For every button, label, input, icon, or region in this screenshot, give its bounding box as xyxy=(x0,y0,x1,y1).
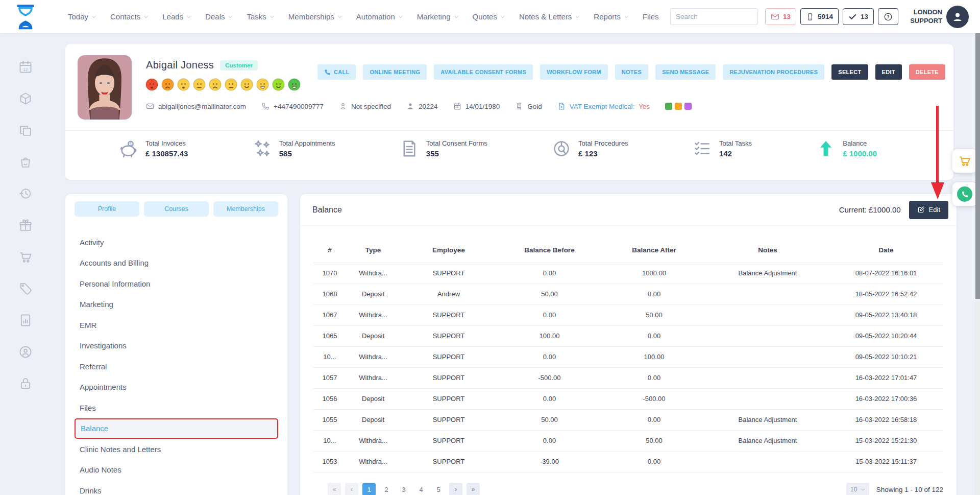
page-next[interactable]: › xyxy=(449,483,462,495)
table-row[interactable]: 1070Withdra...SUPPORT0.001000.00Balance … xyxy=(313,263,943,284)
page-first[interactable]: « xyxy=(328,483,341,495)
mood-face-10[interactable] xyxy=(287,78,301,91)
sidebar-item-audio-notes[interactable]: Audio Notes xyxy=(75,460,278,481)
rail-cart-icon[interactable] xyxy=(18,250,33,264)
sidebar-item-balance[interactable]: Balance xyxy=(75,418,278,439)
table-row[interactable]: 1056DepositSUPPORT0.00-500.0016-03-2022 … xyxy=(313,388,943,409)
mood-face-1[interactable] xyxy=(145,78,159,91)
sidebar-item-files[interactable]: Files xyxy=(75,397,278,418)
sidebar-item-personal-information[interactable]: Personal Information xyxy=(75,273,278,294)
sidebar-item-marketing[interactable]: Marketing xyxy=(75,294,278,315)
sidebar-item-referral[interactable]: Referral xyxy=(75,356,278,377)
color-tag-1[interactable] xyxy=(665,103,672,110)
rail-calendar12-icon[interactable]: 12 xyxy=(18,60,33,74)
sidebar-item-activity[interactable]: Activity xyxy=(75,232,278,253)
nav-item-notes-letters[interactable]: Notes & Letters xyxy=(519,12,580,21)
cell: SUPPORT xyxy=(400,430,497,451)
mood-face-5[interactable] xyxy=(208,78,222,91)
rail-gift-icon[interactable] xyxy=(18,218,33,232)
sidebar-item-clinic-notes-and-letters[interactable]: Clinic Notes and Letters xyxy=(75,439,278,460)
search-box[interactable] xyxy=(670,8,758,25)
rail-copy-icon[interactable] xyxy=(18,123,33,137)
mood-face-9[interactable] xyxy=(272,78,285,91)
customer-email[interactable]: abigailjones@mailinator.com xyxy=(146,102,246,110)
nav-item-contacts[interactable]: Contacts xyxy=(110,12,149,21)
check-badge[interactable]: 13 xyxy=(843,8,874,25)
rail-report-icon[interactable] xyxy=(18,313,33,327)
page-size-select[interactable]: 10 xyxy=(846,483,869,495)
nav-item-today[interactable]: Today xyxy=(68,12,96,21)
page-4[interactable]: 4 xyxy=(414,483,428,495)
tab-profile[interactable]: Profile xyxy=(75,201,139,217)
send-message-button[interactable]: SEND MESSAGE xyxy=(655,64,716,80)
customer-type-badge: Customer xyxy=(220,60,258,70)
edit-balance-button[interactable]: Edit xyxy=(909,201,948,219)
customer-phone[interactable]: +447490009777 xyxy=(261,102,324,110)
page-last[interactable]: » xyxy=(467,483,480,495)
envelope-badge[interactable]: 13 xyxy=(765,8,796,25)
workflow-form-button[interactable]: WORKFLOW FORM xyxy=(540,64,608,80)
table-row[interactable]: 10...Withdra...SUPPORT0.00100.0009-05-20… xyxy=(313,346,943,367)
user-avatar[interactable] xyxy=(946,6,969,28)
sidebar-item-drinks[interactable]: Drinks xyxy=(75,480,278,495)
table-row[interactable]: 1055DepositSUPPORT50.000.00Balance Adjus… xyxy=(313,409,943,430)
page-prev[interactable]: ‹ xyxy=(345,483,358,495)
sidebar-item-accounts-and-billing[interactable]: Accounts and Billing xyxy=(75,253,278,274)
floating-call-button[interactable] xyxy=(952,182,977,206)
app-logo[interactable] xyxy=(0,4,51,30)
table-row[interactable]: 1065DepositSUPPORT100.000.0009-05-2022 1… xyxy=(313,325,943,346)
table-row[interactable]: 10...Withdra...SUPPORT0.0050.00Balance A… xyxy=(313,430,943,451)
mood-face-4[interactable] xyxy=(192,78,206,91)
nav-item-automation[interactable]: Automation xyxy=(356,12,403,21)
rejuvenation-procedures-button[interactable]: REJUVENATION PROCEDURES xyxy=(723,64,824,80)
call-button[interactable]: CALL xyxy=(317,64,356,80)
tab-courses[interactable]: Courses xyxy=(144,201,209,217)
customer-photo[interactable] xyxy=(78,55,132,120)
search-input[interactable] xyxy=(671,13,771,20)
page-2[interactable]: 2 xyxy=(380,483,393,495)
card-divider xyxy=(65,130,953,131)
nav-item-marketing[interactable]: Marketing xyxy=(417,12,459,21)
nav-item-deals[interactable]: Deals xyxy=(205,12,233,21)
nav-item-files[interactable]: Files xyxy=(643,12,659,21)
rail-lock-icon[interactable] xyxy=(18,376,33,391)
table-row[interactable]: 1068DepositAndrew50.000.0018-05-2022 16:… xyxy=(313,284,943,304)
available-consent-forms-button[interactable]: AVAILABLE CONSENT FORMS xyxy=(434,64,533,80)
mood-face-2[interactable] xyxy=(161,78,175,91)
table-row[interactable]: 1053Withdra...SUPPORT-39.000.0015-03-202… xyxy=(313,451,943,472)
rail-tag-icon[interactable] xyxy=(18,281,33,296)
nav-item-tasks[interactable]: Tasks xyxy=(247,12,274,21)
notes-button[interactable]: NOTES xyxy=(615,64,648,80)
rail-basket-icon[interactable] xyxy=(18,155,33,169)
mobile-badge[interactable]: 5914 xyxy=(800,8,839,25)
nav-item-reports[interactable]: Reports xyxy=(594,12,629,21)
mood-face-3[interactable] xyxy=(177,78,190,91)
online-meeting-button[interactable]: ONLINE MEETING xyxy=(363,64,427,80)
sidebar-item-investigations[interactable]: Investigations xyxy=(75,336,278,357)
mood-face-6[interactable] xyxy=(224,78,238,91)
page-1[interactable]: 1 xyxy=(362,483,376,495)
scrollbar-thumb[interactable] xyxy=(975,33,980,299)
mood-face-8[interactable] xyxy=(256,78,270,91)
floating-cart-button[interactable] xyxy=(952,149,977,173)
tab-memberships[interactable]: Memberships xyxy=(213,201,278,217)
color-tag-2[interactable] xyxy=(675,103,682,110)
page-3[interactable]: 3 xyxy=(397,483,410,495)
select-button[interactable]: SELECT xyxy=(831,64,868,80)
edit-button[interactable]: EDIT xyxy=(875,64,902,80)
table-row[interactable]: 1057Withdra...SUPPORT-500.000.0016-03-20… xyxy=(313,367,943,388)
rail-support-icon[interactable] xyxy=(18,345,33,359)
delete-button[interactable]: DELETE xyxy=(909,64,945,80)
page-5[interactable]: 5 xyxy=(432,483,445,495)
question-badge[interactable]: ? xyxy=(878,8,898,25)
color-tag-3[interactable] xyxy=(684,103,692,110)
rail-history-icon[interactable] xyxy=(18,186,33,201)
sidebar-item-appointments[interactable]: Appointments xyxy=(75,377,278,398)
nav-item-memberships[interactable]: Memberships xyxy=(288,12,342,21)
sidebar-item-emr[interactable]: EMR xyxy=(75,315,278,336)
rail-package-icon[interactable] xyxy=(18,91,33,106)
nav-item-quotes[interactable]: Quotes xyxy=(473,12,505,21)
table-row[interactable]: 1067Withdra...SUPPORT0.0050.0009-05-2022… xyxy=(313,304,943,325)
nav-item-leads[interactable]: Leads xyxy=(162,12,191,21)
mood-face-7[interactable] xyxy=(240,78,254,91)
